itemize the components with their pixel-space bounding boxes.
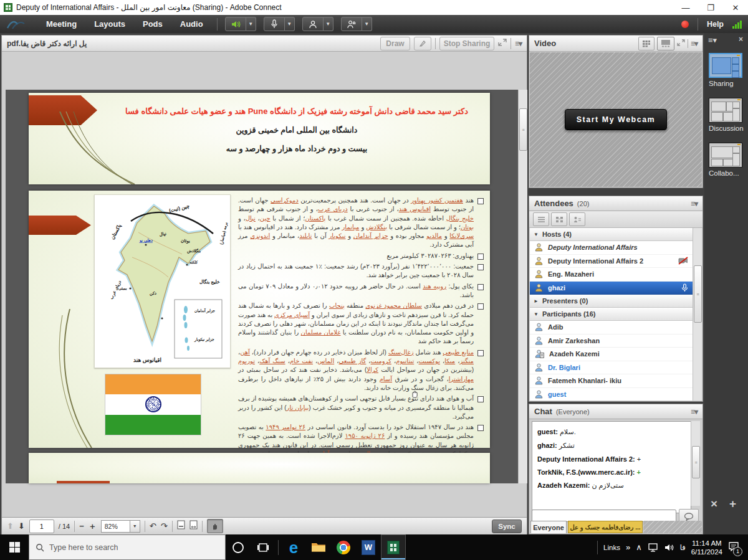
chat-scrollbar[interactable]: ≡ — [691, 421, 700, 506]
start-button[interactable] — [0, 534, 29, 560]
video-pod-menu-icon[interactable]: ≡▾ — [691, 39, 698, 48]
menu-audio[interactable]: Audio — [171, 19, 212, 29]
page-down-icon[interactable]: ⬇ — [18, 521, 25, 531]
chat-tab-private[interactable]: ... رضای‌فاطمه جسک و عل — [568, 521, 643, 533]
attendee-group-participants[interactable]: ▼Participants (16) — [530, 308, 693, 321]
restore-button[interactable]: ❐ — [698, 0, 723, 15]
chat-pod-menu-icon[interactable]: ≡▾ — [691, 407, 698, 416]
attendee-row[interactable]: Deputy International Affairs 2 — [530, 255, 693, 268]
attendees-scrollbar-thumb[interactable]: ≡ — [694, 265, 702, 323]
hidden-icons-chevron[interactable]: ∧ — [636, 543, 642, 552]
start-webcam-button[interactable]: Start My Webcam — [565, 109, 667, 130]
list-view-icon[interactable] — [533, 212, 549, 226]
pen-tool-button[interactable] — [414, 37, 431, 50]
attendee-group-presenters[interactable]: ►Presenters (0) — [530, 295, 693, 308]
taskbar-clock[interactable]: 11:14 AM 6/11/2024 — [691, 539, 722, 556]
page-number-input[interactable] — [29, 520, 54, 533]
chat-message-input[interactable] — [532, 510, 676, 522]
language-indicator[interactable]: فا — [680, 543, 686, 552]
share-pod-menu-icon[interactable]: ≡▾ — [515, 39, 522, 48]
video-pod-header: Video ≡▾ — [529, 36, 702, 52]
attendee-group-hosts[interactable]: ▼Hosts (4) — [530, 228, 693, 241]
raise-hand-button[interactable] — [341, 17, 362, 31]
chrome-icon[interactable] — [331, 534, 356, 560]
chat-tab-everyone[interactable]: Everyone — [530, 521, 567, 533]
edge-icon[interactable]: e — [281, 534, 306, 560]
menu-meeting[interactable]: Meeting — [37, 19, 85, 29]
word-icon[interactable]: W — [356, 534, 381, 560]
chat-scrollbar-thumb[interactable]: ≡ — [692, 446, 700, 478]
filmstrip-view-icon[interactable] — [657, 37, 674, 50]
rotate-right-icon[interactable]: ↷ — [161, 521, 168, 531]
file-explorer-icon[interactable] — [306, 534, 331, 560]
map-label-bhutan: بوتان — [181, 239, 190, 244]
fullscreen-icon[interactable] — [498, 39, 507, 48]
close-button[interactable]: ✕ — [723, 0, 748, 15]
attendee-row[interactable]: guest — [530, 388, 693, 401]
attendee-row[interactable]: Dr. Biglari — [530, 361, 693, 375]
zoom-dropdown-icon[interactable]: ▼ — [130, 520, 140, 533]
attendees-scrollbar[interactable]: ≡ — [693, 228, 702, 401]
network-icon[interactable] — [648, 543, 659, 552]
volume-icon[interactable] — [664, 543, 674, 552]
participant-icon — [535, 336, 543, 345]
attendees-list: ▼Hosts (4)Deputy International AffairsDe… — [530, 228, 693, 401]
map-label-new-delhi: دهلی نو — [139, 238, 153, 243]
help-menu[interactable]: Help — [707, 20, 724, 29]
links-toolbar[interactable]: Links — [603, 544, 620, 551]
task-view-icon[interactable] — [251, 534, 276, 560]
speaker-dropdown[interactable]: ▼ — [246, 17, 256, 31]
excel-icon[interactable] — [381, 534, 406, 560]
notification-badge: 1 — [733, 547, 742, 556]
fit-page-icon[interactable] — [177, 520, 185, 532]
action-center-icon[interactable]: 1 — [728, 541, 739, 554]
status-view-icon[interactable] — [569, 212, 585, 226]
microphone-button[interactable] — [264, 17, 285, 31]
microphone-dropdown[interactable]: ▼ — [285, 17, 295, 31]
document-scrollbar[interactable]: ≡ — [518, 90, 527, 483]
document-scrollbar-thumb[interactable]: ≡ — [519, 108, 527, 151]
attendee-row[interactable]: Adib — [530, 321, 693, 335]
chat-pod: Chat (Everyone) ≡▾ guest: سلام.ghazi: تش… — [529, 404, 703, 534]
attendee-row[interactable]: Deputy International Affairs — [530, 241, 693, 255]
rotate-left-icon[interactable]: ↶ — [150, 521, 156, 531]
webcam-button[interactable] — [302, 17, 324, 31]
page-up-icon[interactable]: ⬆ — [7, 521, 14, 531]
hand-tool-button[interactable] — [207, 519, 223, 533]
layouts-menu-icon[interactable]: ≡▾ — [708, 36, 717, 45]
minimize-button[interactable]: — — [673, 0, 698, 15]
taskbar-search[interactable]: Type here to search — [29, 534, 226, 560]
layout-discussion[interactable]: Discussion — [709, 98, 744, 132]
attendee-row[interactable]: Eng. Mazaheri — [530, 268, 693, 282]
zoom-in-icon[interactable]: ＋ — [89, 521, 97, 532]
zoom-select[interactable]: 82% ▼ — [101, 520, 140, 533]
cortana-icon[interactable] — [226, 534, 251, 560]
remove-layout-icon[interactable]: × — [711, 497, 717, 511]
raise-hand-dropdown[interactable]: ▼ — [362, 17, 372, 31]
breakout-view-icon[interactable] — [551, 212, 567, 226]
sync-button[interactable]: Sync — [492, 520, 522, 533]
attendee-row[interactable]: Fatemeh Khanlari- ikiu — [530, 374, 693, 388]
map-label-andaman: جزایر آندامان — [194, 308, 215, 313]
grid-view-icon[interactable] — [638, 37, 654, 50]
zoom-out-icon[interactable]: − — [79, 521, 84, 531]
stop-sharing-button[interactable]: Stop Sharing — [439, 37, 494, 50]
speaker-button[interactable] — [225, 17, 246, 31]
attendee-row[interactable]: ghazi — [530, 282, 693, 295]
layout-sharing[interactable]: Sharing — [709, 53, 742, 87]
webcam-dropdown[interactable]: ▼ — [324, 17, 333, 31]
layouts-close-icon[interactable]: × — [739, 35, 743, 44]
menu-pods[interactable]: Pods — [134, 19, 171, 29]
attendee-row[interactable]: Amir Zarkeshan — [530, 335, 693, 348]
fit-width-icon[interactable] — [189, 520, 198, 532]
layout-collaboration[interactable]: Collabo... — [709, 143, 742, 177]
draw-button[interactable]: Draw — [380, 37, 410, 50]
add-layout-icon[interactable]: + — [729, 497, 736, 511]
chat-message: Azadeh Kazemi: ستی‌لازم ن — [537, 482, 686, 490]
search-icon — [36, 543, 44, 552]
attendee-row[interactable]: Azadeh Kazemi — [530, 348, 693, 361]
video-fullscreen-icon[interactable] — [677, 39, 685, 48]
links-overflow-icon[interactable]: » — [626, 543, 630, 552]
menu-layouts[interactable]: Layouts — [85, 19, 134, 29]
attendees-pod-menu-icon[interactable]: ≡▾ — [691, 199, 698, 208]
